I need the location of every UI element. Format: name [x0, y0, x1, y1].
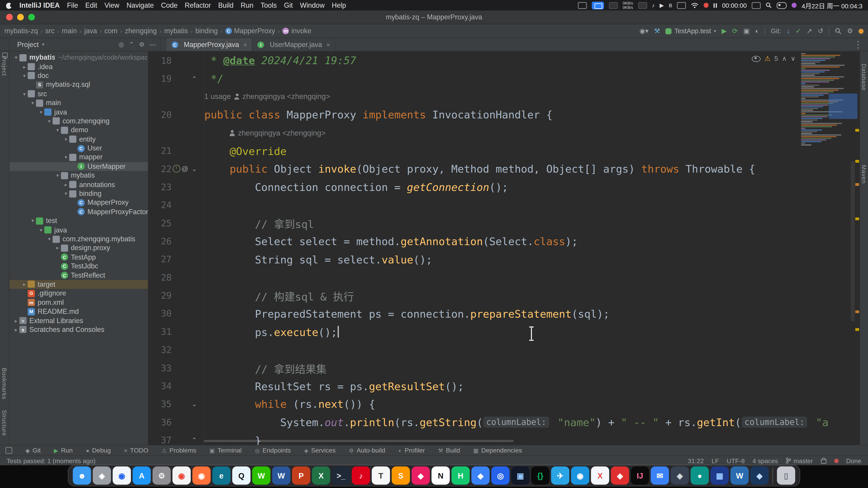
dock-trash[interactable]: ▯	[777, 466, 795, 485]
minimize-window-button[interactable]	[17, 14, 24, 20]
gutter[interactable]: 31	[148, 323, 204, 341]
dock-word[interactable]: W	[272, 466, 290, 485]
dock-notion[interactable]: N	[432, 466, 450, 485]
dock-app-store[interactable]: A	[133, 466, 151, 485]
dock-dark-app-2[interactable]: ◆	[671, 466, 689, 485]
close-window-button[interactable]	[6, 14, 13, 20]
fold-marker-icon[interactable]: ⌄	[189, 400, 199, 408]
collapse-all-icon[interactable]: ⌃	[129, 41, 134, 48]
breadcrumb-item-mapperproxy[interactable]: CMapperProxy	[225, 27, 275, 35]
tree-item-binding[interactable]: ▾binding	[9, 189, 148, 198]
code-text[interactable]: }	[204, 434, 261, 445]
toolwindow-build[interactable]: ⚒Build	[438, 447, 460, 454]
tree-item-test[interactable]: ▾test	[9, 217, 148, 225]
gutter[interactable]: 26	[148, 232, 204, 250]
gutter[interactable]: 36	[148, 413, 204, 431]
background-task[interactable]: Done	[846, 457, 861, 464]
close-icon[interactable]: ×	[243, 41, 247, 48]
fold-marker-icon[interactable]: ⌄	[189, 165, 199, 173]
menubar-datetime[interactable]: 4月22日 周一 00:04:3	[802, 1, 862, 10]
gutter[interactable]: 24	[148, 196, 204, 214]
screen-mirroring-indicator[interactable]	[592, 1, 604, 9]
status-app-dot-icon[interactable]	[792, 3, 797, 8]
dock-chrome[interactable]: ◉	[173, 466, 191, 485]
code-editor[interactable]: 18 * @date 2024/4/21 19:5719⌃ */1 usagez…	[148, 52, 860, 445]
stripe-project[interactable]: Project	[1, 56, 8, 76]
toolwindow-switcher-icon[interactable]	[5, 447, 12, 454]
toolwindow-services[interactable]: ◈Services	[304, 447, 336, 454]
gutter[interactable]	[148, 124, 204, 142]
menu-file[interactable]: File	[67, 1, 78, 9]
toolwindow-debug[interactable]: ●Debug	[86, 447, 111, 454]
code-text[interactable]: */	[204, 72, 223, 85]
coverage-icon[interactable]: ▣	[743, 28, 749, 34]
menu-run[interactable]: Run	[241, 1, 253, 9]
code-text[interactable]: PreparedStatement ps = connection.prepar…	[204, 308, 610, 320]
menu-help[interactable]: Help	[332, 1, 346, 9]
run-configuration-selector[interactable]: TestApp.test ▾	[666, 27, 716, 35]
tree-item-doc[interactable]: ▾doc	[9, 71, 148, 80]
zoom-window-button[interactable]	[28, 14, 35, 20]
breadcrumb-item-com[interactable]: com	[104, 27, 118, 35]
toolwindow-run[interactable]: ▶Run	[54, 447, 73, 454]
tree-item-mybatis-zq[interactable]: ▾mybatis-zq~/zhengqingya/code/workspac	[9, 53, 148, 62]
tree-item-readme-md[interactable]: MREADME.md	[9, 307, 148, 316]
code-text[interactable]: // 构建sql & 执行	[204, 288, 354, 303]
tree-item-demo[interactable]: ▾demo	[9, 126, 148, 135]
toolwindow-auto-build[interactable]: ⚙Auto-build	[349, 447, 385, 454]
tree-item-external-libraries[interactable]: ▸≡External Libraries	[9, 316, 148, 325]
fold-marker-icon[interactable]: ⌃	[189, 75, 199, 82]
gutter[interactable]: 22↑@⌄	[148, 160, 204, 178]
tree-item-java[interactable]: ▾java	[9, 107, 148, 117]
tree-item-idea[interactable]: ▸.idea	[9, 62, 148, 71]
dock-edge[interactable]: e	[212, 466, 230, 485]
gutter[interactable]: 19⌃	[148, 70, 204, 88]
stripe-structure[interactable]: Structure	[1, 410, 8, 436]
fold-marker-icon[interactable]: ⌃	[189, 437, 199, 444]
prev-problem-icon[interactable]: ∧	[782, 55, 787, 62]
author-hint[interactable]: zhengqingya <zhengqing>	[243, 93, 330, 101]
code-text[interactable]: String sql = select.value();	[204, 253, 432, 265]
code-text[interactable]: public class MapperProxy implements Invo…	[204, 109, 553, 121]
stripe-maven[interactable]: Maven	[861, 165, 867, 184]
breadcrumb-item-binding[interactable]: binding	[195, 27, 218, 35]
gutter[interactable]: 37⌃	[148, 431, 204, 445]
dock-finder[interactable]: ☻	[73, 466, 91, 485]
gutter[interactable]: 30	[148, 304, 204, 323]
toolwindow-todo[interactable]: ≡TODO	[124, 447, 148, 454]
code-text[interactable]: ResultSet rs = ps.getResultSet();	[204, 380, 464, 392]
gutter[interactable]: 35⌄	[148, 395, 204, 413]
gutter[interactable]: 18	[148, 52, 204, 70]
dock-qq[interactable]: Q	[232, 466, 250, 485]
tree-item-pom-xml[interactable]: mpom.xml	[9, 298, 148, 307]
toolwindow-problems[interactable]: ⚠Problems	[162, 447, 196, 454]
notifications-icon[interactable]	[859, 29, 864, 33]
code-text[interactable]: Select select = method.getAnnotation(Sel…	[204, 235, 578, 248]
dock-hbuilderx[interactable]: H	[452, 466, 470, 485]
dock-terminal[interactable]: >_	[332, 466, 350, 485]
tree-chevron-icon[interactable]: ▾	[54, 127, 61, 133]
toolwindow-git[interactable]: ◆Git	[26, 447, 41, 454]
project-view-chevron-icon[interactable]: ▾	[42, 42, 44, 47]
git-commit-button[interactable]: ✓	[796, 28, 801, 34]
run-button[interactable]: ▶	[721, 28, 727, 34]
tree-item-testreflect[interactable]: CTestReflect	[9, 271, 148, 280]
inspection-widget[interactable]: ⚠ 5 ∧ ∨	[749, 54, 798, 63]
gutter[interactable]: 20	[148, 106, 204, 124]
tree-chevron-icon[interactable]: ▸	[21, 282, 28, 287]
menu-edit[interactable]: Edit	[85, 1, 97, 9]
tree-item-testjdbc[interactable]: CTestJdbc	[9, 262, 148, 271]
breadcrumb-item-main[interactable]: main	[62, 27, 77, 35]
menu-tools[interactable]: Tools	[260, 1, 277, 9]
next-problem-icon[interactable]: ∨	[791, 55, 796, 62]
error-notification[interactable]	[834, 458, 838, 463]
line-separator[interactable]: LF	[712, 457, 719, 464]
spotlight-search-icon[interactable]	[766, 2, 772, 8]
tree-chevron-icon[interactable]: ▾	[38, 227, 44, 233]
git-branch[interactable]: master	[786, 457, 813, 464]
file-encoding[interactable]: UTF-8	[727, 457, 745, 464]
dock-firefox[interactable]: ◉	[192, 466, 211, 485]
menu-git[interactable]: Git	[284, 1, 293, 9]
tree-item-testapp[interactable]: CTestApp	[9, 253, 148, 262]
stripe-database[interactable]: Database	[861, 64, 867, 91]
